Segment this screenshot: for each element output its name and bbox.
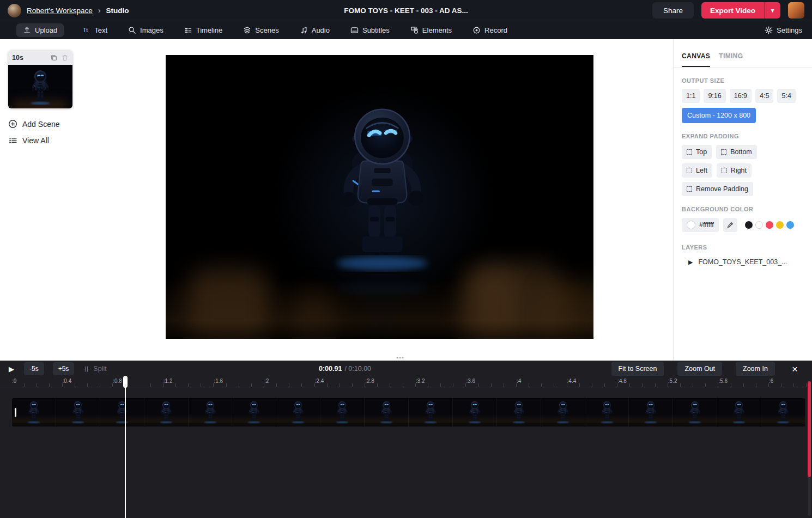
ruler-tick: :3.2 <box>416 378 425 384</box>
images-icon <box>128 26 136 34</box>
timeline-ruler[interactable]: :0:0.4:0.8:1.2:1.6:2:2.4:2.8:3.2:3.6:4:4… <box>0 377 812 387</box>
ratio-button-5-4[interactable]: 5:4 <box>777 89 795 103</box>
ratio-button-9-16[interactable]: 9:16 <box>704 89 725 103</box>
expand-padding-title: EXPAND PADDING <box>682 133 804 139</box>
toolbar-item-label: Record <box>484 26 507 34</box>
toolbar-item-label: Images <box>140 26 163 34</box>
film-frame <box>497 398 541 426</box>
toolbar-item-text[interactable]: TtText <box>80 23 110 37</box>
total-duration: / 0:10.00 <box>344 365 371 373</box>
film-frame-robot <box>378 400 395 425</box>
film-frame-robot <box>289 400 307 425</box>
scrollbar-thumb[interactable] <box>808 381 811 477</box>
tab-timing[interactable]: TIMING <box>719 52 743 67</box>
toolbar-item-record[interactable]: Record <box>470 23 510 37</box>
trash-icon[interactable] <box>61 54 69 62</box>
toolbar-item-label: Subtitles <box>362 26 390 34</box>
timeline-controls: ▶ -5s +5s Split 0:00.91 / 0:10.00 Fit to… <box>0 361 812 377</box>
chevron-down-icon[interactable]: ▾ <box>764 2 780 19</box>
scene-thumbnail[interactable] <box>8 65 72 108</box>
toolbar-item-timeline[interactable]: Timeline <box>182 23 225 37</box>
clip-trim-handle[interactable] <box>15 408 16 417</box>
tab-canvas[interactable]: CANVAS <box>682 52 710 67</box>
share-button[interactable]: Share <box>652 2 694 19</box>
background-color-title: BACKGROUND COLOR <box>682 206 804 212</box>
layer-item[interactable]: ▶FOMO_TOYS_KEET_003_... <box>682 258 804 266</box>
export-video-label: Export Video <box>701 7 764 15</box>
color-dot-f4475e[interactable] <box>766 221 773 229</box>
back-5s-button[interactable]: -5s <box>24 362 44 375</box>
inspector-tabs: CANVAS TIMING <box>674 39 812 68</box>
color-hex-label: #ffffff <box>699 221 714 229</box>
ruler-tick: :2.8 <box>365 378 374 384</box>
dashed-square-icon <box>722 168 727 173</box>
user-avatar[interactable] <box>788 2 804 19</box>
film-frame <box>365 398 409 426</box>
forward-5s-button[interactable]: +5s <box>53 362 75 375</box>
duplicate-icon[interactable] <box>50 54 58 62</box>
ratio-button-4-5[interactable]: 4:5 <box>755 89 773 103</box>
view-all-button[interactable]: View All <box>8 136 128 145</box>
zoom-out-button[interactable]: Zoom Out <box>677 362 722 376</box>
video-preview[interactable] <box>166 55 593 339</box>
settings-button[interactable]: Settings <box>765 26 802 34</box>
toolbar-item-upload[interactable]: Upload <box>16 23 64 37</box>
film-frame <box>717 398 761 426</box>
padding-left-button[interactable]: Left <box>682 163 712 178</box>
film-frame-robot <box>113 400 131 425</box>
panel-resize-handle[interactable]: ••• <box>396 355 404 361</box>
padding-top-button[interactable]: Top <box>682 145 712 159</box>
play-button[interactable]: ▶ <box>8 365 15 373</box>
playhead[interactable] <box>125 377 126 518</box>
custom-size-button[interactable]: Custom - 1200 x 800 <box>682 108 756 123</box>
film-frame-robot <box>466 400 483 425</box>
ratio-button-16-9[interactable]: 16:9 <box>730 89 752 103</box>
remove-padding-button[interactable]: Remove Padding <box>682 182 753 196</box>
padding-buttons: TopBottomLeftRight <box>682 145 768 178</box>
zoom-in-button[interactable]: Zoom In <box>736 362 775 376</box>
add-scene-button[interactable]: Add Scene <box>8 119 128 129</box>
dashed-square-icon <box>687 149 692 155</box>
layer-label: FOMO_TOYS_KEET_003_... <box>698 258 787 266</box>
film-frame-robot <box>642 400 659 425</box>
color-dot-41a0e8[interactable] <box>786 221 794 229</box>
padding-right-button[interactable]: Right <box>717 163 752 178</box>
film-frame-robot <box>245 400 263 425</box>
remove-padding-label: Remove Padding <box>696 185 748 193</box>
toolbar-item-images[interactable]: Images <box>126 23 166 37</box>
color-dot-f0c419[interactable] <box>776 221 784 229</box>
robot-reflection <box>318 274 446 338</box>
eyedropper-button[interactable] <box>723 218 737 232</box>
export-video-button[interactable]: Export Video ▾ <box>701 2 780 19</box>
toolbar-item-label: Scenes <box>255 26 278 34</box>
breadcrumb-separator: › <box>98 6 101 15</box>
scene-card[interactable]: 10s <box>8 50 72 108</box>
toolbar-item-audio[interactable]: Audio <box>298 23 332 37</box>
padding-bottom-button[interactable]: Bottom <box>716 145 757 159</box>
vertical-scrollbar[interactable] <box>808 380 811 516</box>
workspace-link[interactable]: Robert's Workspace <box>27 7 93 15</box>
fit-to-screen-button[interactable]: Fit to Screen <box>611 362 664 376</box>
clip-track[interactable] <box>12 398 805 426</box>
film-frame-robot <box>774 400 792 425</box>
toolbar-item-scenes[interactable]: Scenes <box>241 23 281 37</box>
ruler-tick: :1.2 <box>163 378 173 384</box>
ratio-button-1-1[interactable]: 1:1 <box>682 89 700 103</box>
eyedropper-icon <box>726 222 734 229</box>
color-hex-button[interactable]: #ffffff <box>682 218 719 232</box>
close-timeline-icon[interactable]: × <box>789 364 801 374</box>
layers-list: ▶FOMO_TOYS_KEET_003_... <box>682 258 804 266</box>
padding-direction-label: Right <box>731 167 747 174</box>
split-button[interactable]: Split <box>83 365 106 373</box>
color-dot-ffffff[interactable] <box>755 221 763 229</box>
film-frame <box>585 398 629 426</box>
workspace-avatar[interactable] <box>8 4 21 17</box>
scene-duration: 10s <box>12 54 23 62</box>
color-dot-1a1a1e[interactable] <box>745 221 753 229</box>
ruler-tick: :0.4 <box>63 378 72 384</box>
toolbar-item-subtitles[interactable]: Subtitles <box>348 23 392 37</box>
split-icon <box>83 365 90 373</box>
ruler-tick: :0 <box>12 378 16 384</box>
toolbar-item-elements[interactable]: Elements <box>408 23 454 37</box>
film-frame <box>232 398 276 426</box>
